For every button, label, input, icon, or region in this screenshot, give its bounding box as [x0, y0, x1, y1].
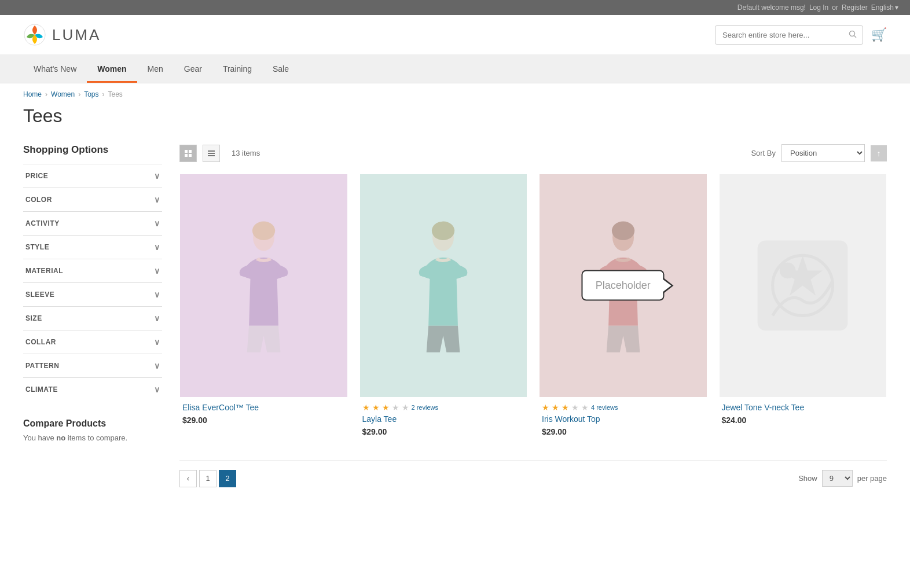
product-card-elisa[interactable]: Elisa EverCool™ Tee $29.00 [179, 174, 348, 443]
nav-item-gear[interactable]: Gear [174, 55, 212, 83]
filter-pattern[interactable]: PATTERN ∨ [23, 354, 162, 377]
svg-point-18 [780, 263, 796, 279]
header: LUMA 🛒 [0, 15, 910, 55]
navigation: What's New Women Men Gear Training Sale [0, 55, 910, 83]
toolbar-right: Sort By Position Product Name Price ↑ [751, 144, 887, 162]
filter-color-chevron: ∨ [154, 195, 160, 204]
sort-select[interactable]: Position Product Name Price [781, 144, 865, 162]
filter-style-chevron: ∨ [154, 242, 160, 252]
top-bar: Default welcome msg! Log In or Register … [0, 0, 910, 15]
product-image-iris: Placeholder [540, 174, 707, 397]
filter-sleeve-label: SLEEVE [25, 291, 54, 299]
filter-climate-chevron: ∨ [154, 385, 160, 394]
filter-collar-chevron: ∨ [154, 337, 160, 347]
nav-item-training[interactable]: Training [212, 55, 262, 83]
svg-rect-4 [189, 150, 192, 153]
per-page-label: per page [857, 474, 887, 483]
logo[interactable]: LUMA [23, 23, 101, 46]
product-name-elisa[interactable]: Elisa EverCool™ Tee [182, 403, 345, 412]
cart-icon[interactable]: 🛒 [871, 27, 887, 42]
filter-material[interactable]: MATERIAL ∨ [23, 259, 162, 282]
sort-label: Sort By [751, 149, 776, 157]
breadcrumb-tops[interactable]: Tops [84, 90, 98, 98]
pagination-page-1[interactable]: 1 [199, 470, 217, 487]
nav-item-women[interactable]: Women [87, 55, 137, 83]
register-link[interactable]: Register [842, 3, 868, 12]
nav-item-whats-new[interactable]: What's New [23, 55, 87, 83]
breadcrumb-current: Tees [108, 90, 123, 98]
product-stars-iris: ★ ★ ★ ★ ★ 4 reviews [542, 403, 704, 412]
product-price-jewel: $24.00 [722, 416, 885, 425]
placeholder-arrow-inner [662, 278, 672, 292]
filter-climate[interactable]: CLIMATE ∨ [23, 377, 162, 401]
page-title: Tees [0, 105, 910, 127]
breadcrumb-women[interactable]: Women [51, 90, 75, 98]
filter-color-label: COLOR [25, 196, 52, 204]
placeholder-overlay: Placeholder [582, 270, 665, 301]
filter-collar[interactable]: COLLAR ∨ [23, 330, 162, 354]
filter-price-chevron: ∨ [154, 171, 160, 181]
breadcrumb-sep-2: › [78, 90, 80, 98]
search-input[interactable] [715, 27, 843, 43]
compare-no: no [56, 433, 65, 442]
logo-text: LUMA [52, 26, 101, 44]
breadcrumb-sep-3: › [102, 90, 105, 98]
per-page-select[interactable]: 9 18 36 [822, 470, 853, 487]
review-count-iris[interactable]: 4 reviews [591, 404, 618, 411]
product-image-elisa [180, 174, 347, 397]
list-view-button[interactable] [203, 145, 220, 162]
filter-color[interactable]: COLOR ∨ [23, 188, 162, 211]
sidebar: Shopping Options PRICE ∨ COLOR ∨ ACTIVIT… [23, 144, 162, 487]
product-name-jewel[interactable]: Jewel Tone V-neck Tee [722, 403, 885, 412]
svg-point-11 [252, 222, 275, 240]
product-name-layla[interactable]: Layla Tee [362, 414, 525, 424]
filter-sleeve[interactable]: SLEEVE ∨ [23, 282, 162, 306]
sort-direction-button[interactable]: ↑ [871, 145, 887, 161]
search-button[interactable] [843, 26, 863, 44]
product-stars-layla: ★ ★ ★ ★ ★ 2 reviews [362, 403, 525, 412]
product-card-iris[interactable]: Placeholder ★ ★ ★ ★ ★ 4 reviews Iris Wor… [539, 174, 707, 443]
grid-view-button[interactable] [179, 145, 197, 162]
per-page-section: Show 9 18 36 per page [798, 470, 887, 487]
login-link[interactable]: Log In [809, 3, 828, 12]
review-count-layla[interactable]: 2 reviews [412, 404, 438, 411]
compare-section: Compare Products You have no items to co… [23, 418, 162, 442]
filter-pattern-chevron: ∨ [154, 361, 160, 370]
language-selector[interactable]: English ▾ [871, 3, 898, 12]
filter-material-label: MATERIAL [25, 267, 63, 275]
nav-item-sale[interactable]: Sale [262, 55, 299, 83]
star-3: ★ [382, 403, 390, 412]
star-2: ★ [552, 403, 559, 412]
product-placeholder-jewel [753, 219, 853, 352]
filter-price[interactable]: PRICE ∨ [23, 164, 162, 188]
star-1: ★ [542, 403, 549, 412]
breadcrumb-home[interactable]: Home [23, 90, 42, 98]
filter-size[interactable]: SIZE ∨ [23, 306, 162, 330]
product-tee-elisa [214, 219, 314, 352]
grid-view-icon [184, 149, 192, 157]
pagination-page-2[interactable]: 2 [219, 470, 236, 487]
filter-price-label: PRICE [25, 172, 48, 180]
star-4: ★ [392, 403, 399, 412]
nav-item-men[interactable]: Men [137, 55, 174, 83]
svg-rect-7 [208, 150, 215, 152]
breadcrumb: Home › Women › Tops › Tees [0, 83, 910, 105]
filter-style[interactable]: STYLE ∨ [23, 235, 162, 259]
filter-activity[interactable]: ACTIVITY ∨ [23, 211, 162, 235]
or-separator: or [832, 3, 838, 12]
list-view-icon [207, 149, 215, 157]
star-5: ★ [402, 403, 409, 412]
welcome-message: Default welcome msg! [737, 3, 806, 12]
pagination-prev[interactable]: ‹ [179, 470, 197, 487]
filter-activity-label: ACTIVITY [25, 219, 60, 227]
svg-line-2 [854, 35, 857, 38]
star-1: ★ [362, 403, 370, 412]
filter-style-label: STYLE [25, 243, 49, 251]
product-card-layla[interactable]: ★ ★ ★ ★ ★ 2 reviews Layla Tee $29.00 [359, 174, 528, 443]
filter-size-chevron: ∨ [154, 314, 160, 323]
product-name-iris[interactable]: Iris Workout Top [542, 414, 704, 424]
filter-material-chevron: ∨ [154, 266, 160, 275]
search-box [715, 25, 863, 45]
product-card-jewel[interactable]: Jewel Tone V-neck Tee $24.00 [719, 174, 887, 443]
filter-size-label: SIZE [25, 314, 42, 322]
